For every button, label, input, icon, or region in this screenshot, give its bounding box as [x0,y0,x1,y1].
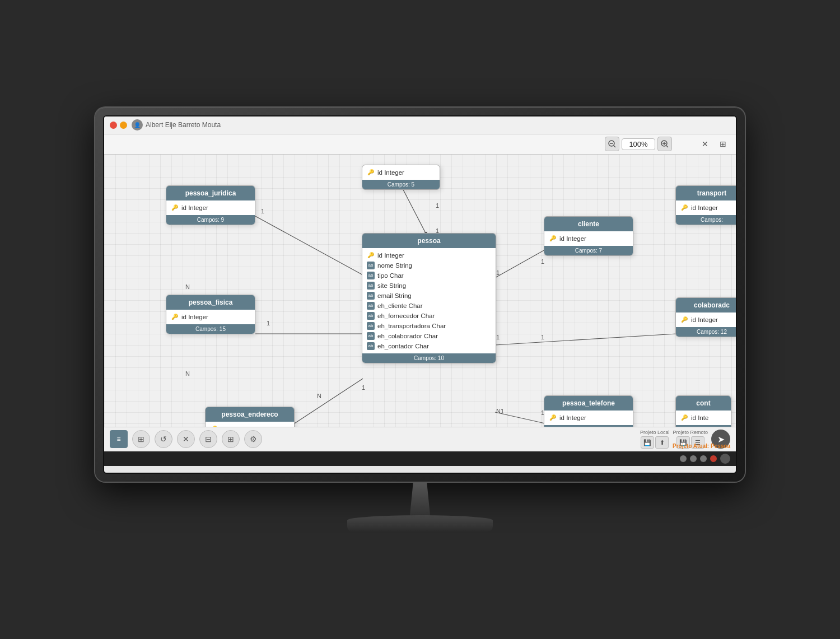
toolbar: 100% ✕ ⊞ [104,134,736,155]
field-id: 🔑 id Integer [680,315,736,325]
svg-text:1: 1 [496,334,500,341]
key-icon: 🔑 [549,414,557,422]
zoom-controls: 100% [605,137,672,151]
table-transport-body: 🔑 id Integer [676,200,736,215]
key-icon: 🔑 [367,251,375,259]
svg-line-10 [295,379,363,423]
local-save-button[interactable]: 💾 [641,436,654,449]
power-indicator [710,455,717,462]
key-icon: 🔑 [367,169,375,176]
monitor-screen: 👤 Albert Eije Barreto Mouta Vycanis Mode… [103,115,737,474]
project-local-group: Projeto Local 💾 ⬆ [640,430,670,449]
table-pessoa[interactable]: pessoa 🔑 id Integer ab nome String ab t [362,233,496,363]
svg-line-4 [666,146,668,147]
svg-text:1: 1 [362,384,365,391]
table-colaboradc[interactable]: colaboradc 🔑 id Integer Campos: 12 [675,297,736,337]
field-id: 🔑 id Integer [549,413,628,423]
zoom-level[interactable]: 100% [622,138,655,150]
table-top-small-footer: Campos: 5 [362,180,440,189]
table-transport-header: transport [676,186,736,200]
table-colaboradc-header: colaboradc [676,298,736,312]
table-pessoa-telefone-body: 🔑 id Integer [544,411,633,425]
field-tipo: ab tipo Char [367,270,491,281]
table-cliente-header: cliente [544,217,633,231]
monitor-frame: 👤 Albert Eije Barreto Mouta Vycanis Mode… [95,108,745,482]
table-cliente-footer: Campos: 7 [544,246,633,255]
string-icon: ab [367,322,375,330]
local-upload-button[interactable]: ⬆ [655,436,669,449]
username: Albert Eije Barreto Mouta [146,121,221,129]
table-pessoa-fisica-footer: Campos: 15 [166,324,255,334]
svg-line-8 [255,216,363,275]
field-id: 🔑 id Integer [367,167,435,178]
indicator-3 [700,455,707,462]
canvas-area[interactable]: 1 N 1 1 1 N N 1 1 1 1 1 1 N1 1 1 [104,155,736,451]
table-colaboradc-footer: Campos: 12 [676,327,736,337]
field-site: ab site String [367,281,491,291]
table-pessoa-juridica-body: 🔑 id Integer [166,200,255,215]
svg-line-7 [401,185,426,234]
layout-button[interactable]: ⊟ [199,430,217,448]
key-icon: 🔑 [171,313,179,321]
settings-button[interactable]: ⚙ [244,430,262,448]
project-remote-label: Projeto Remoto [673,430,708,435]
svg-line-12 [495,250,545,278]
user-info: 👤 Albert Eije Barreto Mouta [132,119,221,130]
field-email: ab email String [367,291,491,301]
projeto-atual-label: Projeto Atual: [673,443,709,449]
string-icon: ab [367,282,375,290]
string-icon: ab [367,342,375,350]
string-icon: ab [367,312,375,320]
field-id: 🔑 id Integer [171,312,250,322]
grid-icon[interactable]: ⊞ [716,137,730,151]
grid-tool-button[interactable]: ⊞ [132,430,150,448]
key-icon: 🔑 [549,235,557,242]
svg-text:N: N [185,283,190,290]
svg-text:1: 1 [267,320,270,327]
svg-text:1: 1 [541,258,544,265]
zoom-in-button[interactable] [657,137,672,151]
monitor-neck [403,482,437,515]
field-eh-cliente: ab eh_cliente Char [367,301,491,311]
fullscreen-icon[interactable]: ✕ [698,137,712,151]
bottom-bar: ≡ ⊞ ↺ ✕ ⊟ ⊞ ⚙ Projeto Local 💾 ⬆ [104,427,736,451]
key-icon: 🔑 [680,204,688,212]
title-bar: 👤 Albert Eije Barreto Mouta Vycanis Mode… [104,116,736,134]
key-icon: 🔑 [680,316,688,324]
group-button[interactable]: ⊞ [222,430,240,448]
toolbar-right-icons: ✕ ⊞ [698,137,730,151]
table-colaboradc-body: 🔑 id Integer [676,312,736,327]
key-icon: 🔑 [680,414,688,422]
string-icon: ab [367,262,375,269]
svg-text:N: N [185,370,190,377]
field-label: id Integer [377,169,404,176]
project-local-buttons: 💾 ⬆ [641,436,669,449]
table-transport[interactable]: transport 🔑 id Integer Campos: [675,185,736,225]
power-button[interactable] [720,454,730,464]
indicator-2 [690,455,697,462]
zoom-out-button[interactable] [605,137,619,151]
toggle-panel-button[interactable]: ≡ [110,430,128,448]
table-cliente-body: 🔑 id Integer [544,231,633,246]
table-pessoa-endereco-header: pessoa_endereco [206,407,294,422]
table-pessoa-fisica-header: pessoa_fisica [166,295,255,310]
field-id: 🔑 id Integer [549,234,628,244]
svg-line-1 [614,146,615,147]
field-id: 🔑 id Integer [171,203,250,213]
delete-button[interactable]: ✕ [177,430,195,448]
table-transport-footer: Campos: [676,215,736,225]
field-id: 🔑 id Inte [680,413,726,423]
table-top-small-body: 🔑 id Integer [362,165,440,180]
monitor-wrapper: 👤 Albert Eije Barreto Mouta Vycanis Mode… [84,108,756,532]
project-local-label: Projeto Local [640,430,670,435]
undo-button[interactable]: ↺ [155,430,172,448]
svg-line-14 [495,334,676,345]
table-pessoa-fisica[interactable]: pessoa_fisica 🔑 id Integer Campos: 15 [166,295,255,334]
table-pessoa-juridica[interactable]: pessoa_juridica 🔑 id Integer Campos: 9 [166,185,255,225]
minimize-button[interactable] [120,122,127,129]
table-top-small[interactable]: 🔑 id Integer Campos: 5 [362,165,440,190]
table-cliente[interactable]: cliente 🔑 id Integer Campos: 7 [544,216,633,256]
string-icon: ab [367,332,375,340]
close-button[interactable] [110,122,117,129]
table-pessoa-juridica-header: pessoa_juridica [166,186,255,200]
